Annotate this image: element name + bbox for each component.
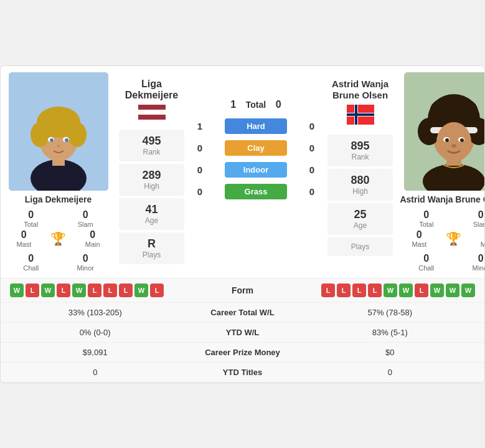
player1-age-box: 41 Age [119, 198, 184, 230]
form-badge-p2: W [399, 284, 413, 297]
indoor-p1: 0 [194, 164, 206, 175]
player1-stat-boxes: Liga Dekmeijere 495 Rank 289 High 41 Age [116, 79, 187, 272]
total-p1: 1 [227, 99, 240, 110]
grass-p1: 0 [194, 186, 206, 197]
clay-button[interactable]: Clay [225, 140, 287, 156]
player1-high-box: 289 High [119, 164, 184, 196]
form-badge-p2: W [384, 284, 397, 297]
player2-rank-box: 895 Rank [327, 135, 393, 166]
form-badge-p1: W [72, 284, 86, 297]
player2-main-item: 0 Main [481, 229, 485, 248]
player1-minor-label: Minor [62, 264, 110, 272]
svg-point-27 [430, 96, 478, 123]
center-comparison: 1 Total 0 1 Hard 0 0 Clay 0 0 Indoor 0 0 [187, 72, 324, 272]
svg-point-29 [436, 122, 471, 162]
player1-total: 0 [7, 209, 55, 221]
svg-rect-13 [138, 110, 166, 115]
player2-high-box: 880 High [327, 169, 393, 201]
form-badge-p2: L [352, 284, 366, 297]
player1-plays-value: R [119, 237, 184, 250]
player1-slam-label: Slam [62, 221, 110, 228]
hard-p2: 0 [306, 121, 318, 131]
player1-rank-label: Rank [119, 148, 184, 156]
player2-stats2: 0 Chall 0 Minor [396, 253, 485, 272]
prize-p1: $9,091 [10, 348, 181, 357]
player2-age-box: 25 Age [327, 203, 393, 235]
svg-point-34 [451, 144, 456, 148]
hard-row: 1 Hard 0 [187, 117, 324, 136]
titles-p2: 0 [305, 368, 476, 377]
form-badge-p2: W [461, 284, 475, 297]
player2-total-item: 0 Total [402, 209, 451, 228]
player1-name: Liga Dekmeijere [25, 194, 92, 204]
player1-slam-item: 0 Slam [62, 209, 110, 228]
player2-form-badges: LLLLWWLWWW [280, 284, 476, 297]
form-badge-p1: L [119, 284, 133, 297]
titles-p1: 0 [10, 368, 181, 377]
player1-rank-value: 495 [119, 135, 184, 148]
player1-stats: 0 Total 0 Slam [1, 209, 116, 228]
form-badge-p2: L [321, 284, 335, 297]
form-row: WLWLWLLLWL Form LLLLWWLWWW [1, 279, 484, 303]
trophy-icon-right: 🏆 [446, 231, 461, 246]
form-badge-p1: W [41, 284, 55, 297]
clay-row: 0 Clay 0 [187, 138, 324, 158]
player2-rank-value: 895 [327, 140, 393, 153]
form-badge-p1: L [26, 284, 39, 297]
player2-stats: 0 Total 0 Slam [396, 209, 485, 228]
player1-main-label: Main [85, 241, 100, 248]
svg-rect-14 [138, 115, 166, 120]
grass-button[interactable]: Grass [225, 184, 287, 199]
main-container: Liga Dekmeijere 0 Total 0 Slam 0 Mast 🏆 [0, 65, 485, 383]
player2-main: 0 [481, 229, 485, 241]
player2-total: 0 [402, 209, 451, 221]
player1-high-value: 289 [119, 169, 184, 182]
player2-mast-item: 0 Mast [412, 229, 426, 248]
clay-p2: 0 [306, 143, 318, 153]
form-badge-p2: W [446, 284, 459, 297]
player1-age-value: 41 [119, 203, 184, 216]
player1-stats2: 0 Chall 0 Minor [1, 253, 116, 272]
svg-point-10 [65, 138, 68, 142]
svg-point-11 [57, 145, 60, 147]
indoor-button[interactable]: Indoor [225, 162, 287, 178]
indoor-p2: 0 [306, 164, 318, 175]
player2-slam-label: Slam [457, 221, 486, 228]
player1-high-label: High [119, 182, 184, 191]
player1-header: Liga Dekmeijere [119, 79, 184, 101]
career-wl-p1: 33% (103-205) [10, 308, 181, 317]
player2-name: Astrid Wanja Brune Olsen [400, 194, 485, 204]
grass-row: 0 Grass 0 [187, 182, 324, 201]
bottom-section: WLWLWLLLWL Form LLLLWWLWWW 33% (103-205)… [1, 278, 484, 383]
player1-main: 0 [85, 229, 100, 241]
form-badge-p2: L [368, 284, 382, 297]
svg-point-32 [445, 138, 449, 142]
top-section: Liga Dekmeijere 0 Total 0 Slam 0 Mast 🏆 [1, 66, 484, 278]
player1-mast-label: Mast [16, 241, 31, 248]
form-badge-p1: W [134, 284, 148, 297]
svg-rect-19 [347, 113, 374, 116]
form-badge-p1: L [57, 284, 70, 297]
player2-minor-item: 0 Minor [457, 253, 486, 272]
hard-button[interactable]: Hard [225, 118, 287, 134]
player2-total-label: Total [402, 221, 451, 228]
player2-header: Astrid Wanja Brune Olsen [327, 79, 393, 101]
player2-mast-label: Mast [412, 241, 426, 248]
ytd-wl-p1: 0% (0-0) [10, 328, 181, 337]
total-row: 1 Total 0 [227, 99, 285, 110]
prize-label: Career Prize Money [181, 348, 305, 357]
trophy-icon-left: 🏆 [50, 231, 66, 246]
career-wl-p2: 57% (78-58) [305, 308, 476, 317]
player1-total-item: 0 Total [7, 209, 55, 228]
player1-plays-label: Plays [119, 250, 184, 259]
player2-slam-item: 0 Slam [457, 209, 486, 228]
player2-mast: 0 [412, 229, 426, 241]
player1-chall: 0 [7, 253, 55, 264]
titles-row: 0 YTD Titles 0 [1, 363, 484, 383]
player2-slam: 0 [457, 209, 486, 221]
player2-trophy-row: 0 Mast 🏆 0 Main [396, 229, 485, 248]
grass-p2: 0 [306, 186, 318, 197]
player1-mast: 0 [16, 229, 31, 241]
player2-high-value: 880 [327, 174, 393, 187]
player1-minor: 0 [62, 253, 110, 264]
